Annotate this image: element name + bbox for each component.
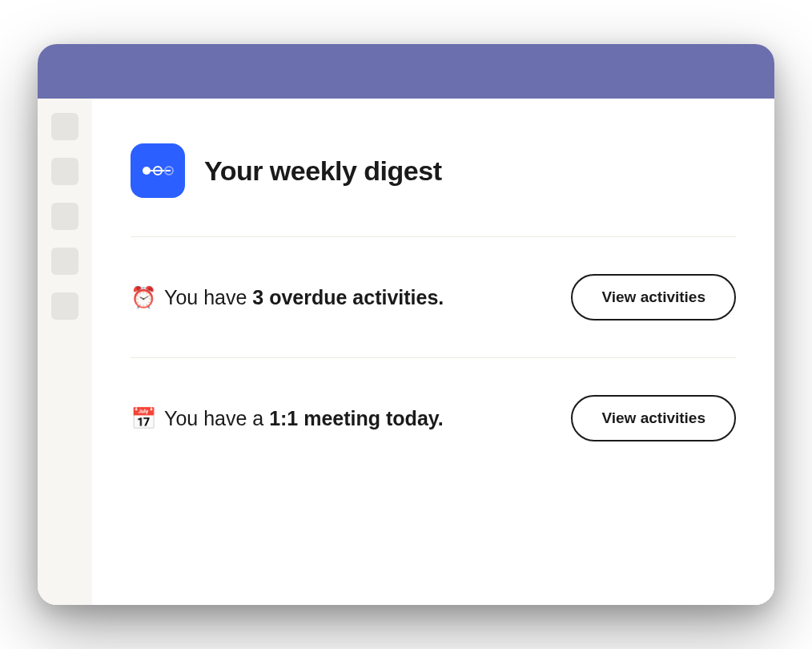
calendar-icon: 📅 <box>131 408 156 429</box>
window-body: Your weekly digest ⏰ You have 3 overdue … <box>38 99 774 605</box>
digest-item-overdue: ⏰ You have 3 overdue activities. View ac… <box>131 237 736 357</box>
sidebar-item[interactable] <box>51 158 78 185</box>
sidebar <box>38 99 92 605</box>
digest-text-prefix: You have <box>164 286 252 308</box>
chain-icon <box>140 163 175 179</box>
app-window: Your weekly digest ⏰ You have 3 overdue … <box>38 44 774 605</box>
digest-item-text: 📅 You have a 1:1 meeting today. <box>131 407 444 430</box>
svg-point-1 <box>143 167 151 175</box>
view-activities-button[interactable]: View activities <box>571 274 736 320</box>
main-content: Your weekly digest ⏰ You have 3 overdue … <box>92 99 774 605</box>
sidebar-item[interactable] <box>51 203 78 230</box>
digest-header: Your weekly digest <box>131 143 736 198</box>
digest-text-bold: 1:1 meeting today. <box>269 407 444 429</box>
digest-item-meeting: 📅 You have a 1:1 meeting today. View act… <box>131 358 736 478</box>
sidebar-item[interactable] <box>51 292 78 320</box>
alarm-clock-icon: ⏰ <box>131 287 156 308</box>
digest-text-bold: 3 overdue activities. <box>252 286 444 308</box>
app-logo-icon <box>131 143 185 198</box>
sidebar-item[interactable] <box>51 248 78 275</box>
digest-text-prefix: You have a <box>164 407 269 429</box>
sidebar-item[interactable] <box>51 113 78 140</box>
window-titlebar <box>38 44 774 99</box>
page-title: Your weekly digest <box>204 155 441 187</box>
view-activities-button[interactable]: View activities <box>571 395 736 441</box>
digest-item-text: ⏰ You have 3 overdue activities. <box>131 286 444 309</box>
